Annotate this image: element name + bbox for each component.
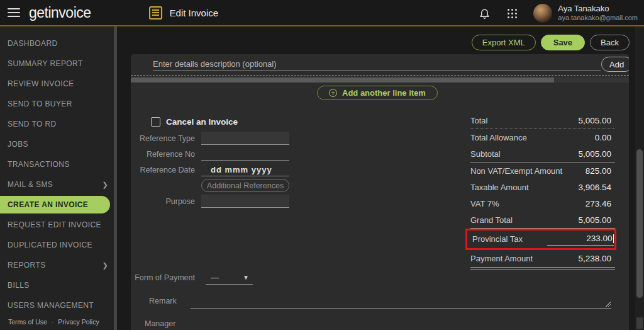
details-description-input[interactable]: Enter details description (optional) — [153, 57, 601, 71]
menu-icon[interactable] — [8, 8, 20, 17]
form-of-payment-dropdown[interactable]: — ▼ — [206, 271, 253, 285]
dashed-divider — [131, 76, 629, 76]
app-window: getinvoice Edit Invoice Aya Tanakako aya… — [0, 0, 644, 330]
app-logo: getinvoice — [29, 4, 91, 21]
sidebar-item-transactions[interactable]: TRANSACTIONS — [0, 154, 117, 174]
user-email: aya.tanakako@gmail.com — [558, 14, 638, 23]
totals-label: Non VAT/Exempt Amount — [470, 166, 562, 176]
footer-separator: · — [52, 318, 54, 326]
avatar — [533, 4, 552, 23]
user-menu[interactable]: Aya Tanakako aya.tanakako@gmail.com — [533, 4, 638, 23]
purpose-input[interactable] — [201, 195, 289, 208]
reference-date-input[interactable]: dd mmm yyyy — [201, 163, 289, 176]
sidebar-item-label: REPORTS — [8, 261, 46, 270]
sidebar-item-label: MAIL & SMS — [8, 180, 53, 189]
sidebar-nav: DASHBOARDSUMMARY REPORTREVIEW INVOICESEN… — [0, 26, 117, 316]
totals-value: 825.00 — [586, 166, 615, 176]
sidebar-item-users-management[interactable]: USERS MANAGEMENT — [0, 295, 117, 316]
back-button[interactable]: Back — [590, 35, 630, 50]
line-item-description-row: Enter details description (optional) Add — [131, 54, 629, 76]
sidebar-item-label: REVIEW INVOICE — [8, 79, 74, 88]
export-xml-button[interactable]: Export XML — [472, 35, 536, 50]
totals-row: Payment Amount5,238.00 — [470, 250, 615, 266]
reference-no-input[interactable] — [201, 147, 289, 161]
totals-row: Provincial Tax233.00 — [472, 230, 614, 247]
vertical-scrollbar-thumb[interactable] — [636, 149, 643, 298]
sidebar-item-request-edit-invoice[interactable]: REQUEST EDIT INVOICE — [0, 215, 117, 235]
apps-grid-icon[interactable] — [508, 9, 517, 18]
reference-no-row: Reference No — [131, 146, 301, 162]
totals-label: Provincial Tax — [472, 234, 523, 244]
chevron-down-icon: ▼ — [243, 274, 249, 281]
reference-type-label: Reference Type — [131, 134, 195, 143]
save-button[interactable]: Save — [541, 35, 585, 50]
sidebar-item-review-invoice[interactable]: REVIEW INVOICE — [0, 74, 117, 94]
text-cursor — [613, 234, 614, 243]
totals-value: 5,005.00 — [578, 215, 615, 225]
sidebar-item-reports[interactable]: REPORTS❯ — [0, 255, 117, 275]
reference-type-input[interactable] — [201, 132, 289, 145]
sidebar-item-duplicated-invoice[interactable]: DUPLICATED INVOICE — [0, 235, 117, 255]
sidebar-item-send-to-buyer[interactable]: SEND TO BUYER — [0, 94, 117, 114]
highlight-red-box: Provincial Tax233.00 — [465, 229, 616, 250]
sidebar-item-label: DUPLICATED INVOICE — [8, 241, 92, 249]
totals-row: Grand Total5,005.00 — [470, 212, 615, 228]
scrollbar-corner — [636, 317, 643, 329]
totals-row: Total5,005.00 — [470, 112, 615, 128]
totals-label: Total — [470, 116, 487, 125]
add-line-item-label: Add another line item — [342, 88, 426, 98]
notifications-bell-icon[interactable] — [479, 6, 491, 20]
sidebar-item-send-to-rd[interactable]: SEND TO RD — [0, 114, 117, 134]
remark-textarea[interactable] — [191, 292, 611, 309]
add-button[interactable]: Add — [601, 57, 629, 72]
sidebar-item-label: BILLS — [8, 281, 30, 290]
sidebar-item-jobs[interactable]: JOBS — [0, 134, 117, 154]
totals-value: 3,906.54 — [578, 183, 615, 192]
top-bar: getinvoice Edit Invoice Aya Tanakako aya… — [0, 0, 644, 26]
sidebar-footer: Terms of Use · Privacy Policy — [8, 318, 99, 326]
totals-row: Total Allowance0.00 — [470, 129, 615, 145]
reference-no-label: Reference No — [131, 150, 195, 159]
form-of-payment-value: — — [211, 273, 219, 282]
reference-form: Reference Type Reference No Reference Da… — [131, 130, 301, 209]
sidebar-item-create-an-invoice[interactable]: CREATE AN INVOICE — [0, 196, 110, 213]
purpose-row: Purpose — [131, 193, 301, 209]
horizontal-scrollbar[interactable] — [131, 77, 629, 82]
sidebar-item-summary-report[interactable]: SUMMARY REPORT — [0, 54, 117, 74]
totals-value: 5,238.00 — [578, 254, 615, 263]
sidebar-item-label: TRANSACTIONS — [8, 160, 70, 169]
sidebar-item-label: JOBS — [8, 140, 28, 149]
sidebar-item-label: SEND TO BUYER — [8, 100, 72, 108]
sidebar-item-label: DASHBOARD — [8, 39, 58, 48]
additional-references-button[interactable]: Additional References — [201, 179, 289, 192]
sidebar-item-mail-sms[interactable]: MAIL & SMS❯ — [0, 174, 117, 195]
chevron-right-icon: ❯ — [102, 261, 108, 270]
resize-handle-icon[interactable] — [606, 302, 611, 307]
sidebar: DASHBOARDSUMMARY REPORTREVIEW INVOICESEN… — [0, 26, 117, 330]
totals-value: 273.46 — [586, 199, 615, 208]
page-title: Edit Invoice — [170, 8, 219, 18]
additional-references-row: Additional References — [131, 178, 301, 193]
form-of-payment-label: Form of Payment — [131, 273, 195, 282]
provincial-tax-value: 233.00 — [586, 234, 612, 243]
add-line-item-button[interactable]: Add another line item — [317, 86, 438, 100]
sidebar-item-bills[interactable]: BILLS — [0, 275, 117, 295]
remark-row: Remark — [149, 292, 611, 309]
totals-label: Payment Amount — [470, 254, 533, 263]
totals-row: Subtotal5,005.00 — [470, 145, 615, 162]
totals-label: Taxable Amount — [470, 183, 529, 192]
privacy-policy-link[interactable]: Privacy Policy — [58, 318, 99, 326]
remark-label: Remark — [149, 292, 177, 309]
sidebar-item-label: CREATE AN INVOICE — [8, 200, 88, 209]
provincial-tax-input[interactable]: 233.00 — [547, 232, 614, 246]
terms-of-use-link[interactable]: Terms of Use — [8, 318, 47, 326]
totals-label: Total Allowance — [470, 133, 527, 142]
sidebar-item-dashboard[interactable]: DASHBOARD — [0, 33, 117, 54]
form-of-payment-row: Form of Payment — ▼ — [131, 271, 253, 285]
main-content: Export XML Save Back Enter details descr… — [117, 26, 644, 330]
horizontal-scrollbar-thumb[interactable] — [131, 77, 554, 82]
vertical-scrollbar[interactable] — [635, 26, 644, 330]
cancel-invoice-checkbox[interactable] — [151, 117, 160, 127]
totals-label: Subtotal — [470, 149, 501, 159]
purpose-label: Purpose — [131, 197, 195, 206]
